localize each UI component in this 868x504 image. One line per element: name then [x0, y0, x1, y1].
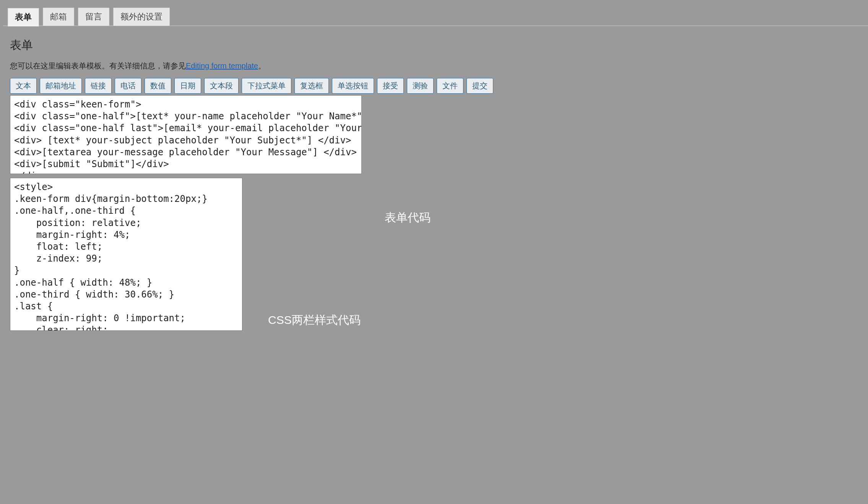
tag-url-button[interactable]: 链接: [85, 78, 112, 94]
tab-additional-settings[interactable]: 额外的设置: [113, 8, 170, 26]
tag-dropdown-button[interactable]: 下拉式菜单: [242, 78, 291, 94]
form-code-textarea[interactable]: <div class="keen-form"> <div class="one-…: [10, 95, 362, 174]
editing-form-template-link[interactable]: Editing form template: [186, 62, 258, 70]
tag-checkbox-button[interactable]: 复选框: [294, 78, 329, 94]
tag-radio-button[interactable]: 单选按钮: [332, 78, 374, 94]
form-panel: 表单 您可以在这里编辑表单模板。有关详细信息，请参见Editing form t…: [3, 26, 868, 331]
tab-form[interactable]: 表单: [8, 8, 39, 26]
tag-text-button[interactable]: 文本: [10, 78, 37, 94]
tag-date-button[interactable]: 日期: [174, 78, 201, 94]
desc-text-pre: 您可以在这里编辑表单模板。有关详细信息，请参见: [10, 62, 186, 70]
tag-button-row: 文本 邮箱地址 链接 电话 数值 日期 文本段 下拉式菜单 复选框 单选按钮 接…: [10, 78, 861, 94]
form-code-label: 表单代码: [385, 210, 431, 226]
tab-bar: 表单 邮箱 留言 额外的设置: [8, 8, 868, 26]
desc-text-post: 。: [258, 62, 266, 70]
tag-number-button[interactable]: 数值: [145, 78, 171, 94]
tag-tel-button[interactable]: 电话: [115, 78, 141, 94]
tag-email-button[interactable]: 邮箱地址: [40, 78, 82, 94]
css-code-label: CSS两栏样式代码: [268, 312, 361, 328]
tab-messages[interactable]: 留言: [78, 8, 109, 26]
section-description: 您可以在这里编辑表单模板。有关详细信息，请参见Editing form temp…: [10, 61, 861, 71]
tag-file-button[interactable]: 文件: [437, 78, 463, 94]
tag-submit-button[interactable]: 提交: [467, 78, 493, 94]
css-code-textarea[interactable]: <style> .keen-form div{margin-bottom:20p…: [10, 178, 242, 331]
tab-mail[interactable]: 邮箱: [43, 8, 74, 26]
tag-quiz-button[interactable]: 测验: [407, 78, 434, 94]
tag-acceptance-button[interactable]: 接受: [377, 78, 404, 94]
tag-textarea-button[interactable]: 文本段: [204, 78, 239, 94]
section-title: 表单: [10, 37, 861, 53]
